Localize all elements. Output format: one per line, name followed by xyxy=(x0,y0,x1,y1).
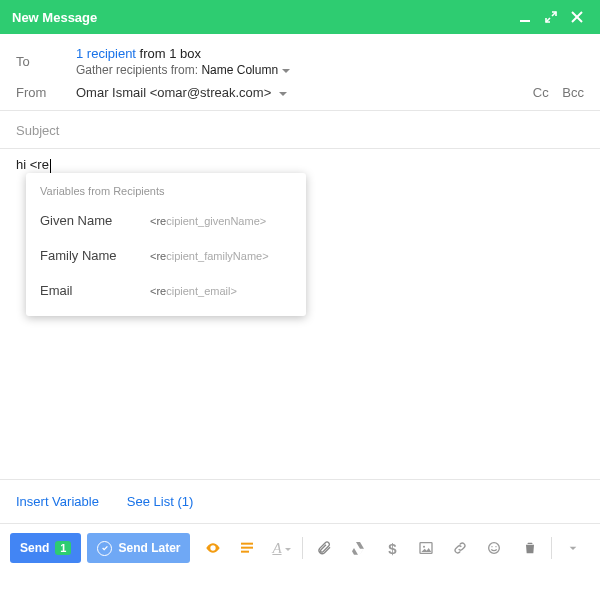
tracking-eye-icon[interactable] xyxy=(200,535,226,561)
popover-item[interactable]: Email <recipient_email> xyxy=(26,273,306,308)
from-value: Omar Ismail <omar@streak.com> xyxy=(76,85,271,100)
gather-row: Gather recipients from: Name Column xyxy=(76,63,584,77)
emoji-icon[interactable] xyxy=(481,535,507,561)
close-icon[interactable] xyxy=(566,6,588,28)
popover-item[interactable]: Family Name <recipient_familyName> xyxy=(26,238,306,273)
snippets-icon[interactable] xyxy=(234,535,260,561)
see-list-link[interactable]: See List (1) xyxy=(127,494,193,509)
discard-icon[interactable] xyxy=(517,535,543,561)
text-cursor xyxy=(50,159,51,173)
svg-rect-5 xyxy=(241,547,253,549)
formatting-dropdown[interactable]: A xyxy=(268,535,294,561)
insert-image-icon[interactable] xyxy=(413,535,439,561)
cc-button[interactable]: Cc xyxy=(533,85,549,100)
svg-point-11 xyxy=(496,546,497,547)
more-options-icon[interactable] xyxy=(560,535,586,561)
from-row: From Omar Ismail <omar@streak.com> Cc Bc… xyxy=(0,79,600,110)
attachment-icon[interactable] xyxy=(311,535,337,561)
bcc-button[interactable]: Bcc xyxy=(562,85,584,100)
svg-point-8 xyxy=(423,546,425,548)
check-circle-icon xyxy=(97,541,112,556)
send-later-button[interactable]: Send Later xyxy=(87,533,190,563)
send-label: Send xyxy=(20,541,49,555)
popover-item-label: Given Name xyxy=(40,213,150,228)
compose-body[interactable]: hi <re Variables from Recipients Given N… xyxy=(0,149,600,479)
insert-link-icon[interactable] xyxy=(447,535,473,561)
subject-input[interactable]: Subject xyxy=(0,111,600,148)
popover-header: Variables from Recipients xyxy=(26,179,306,203)
chevron-down-icon xyxy=(282,69,290,73)
svg-point-3 xyxy=(212,547,215,550)
popover-item-token: <recipient_familyName> xyxy=(150,250,269,262)
gather-source-dropdown[interactable]: Name Column xyxy=(201,63,290,77)
variable-autocomplete-popover: Variables from Recipients Given Name <re… xyxy=(26,173,306,316)
svg-rect-4 xyxy=(241,543,253,545)
separator xyxy=(302,537,303,559)
window-titlebar: New Message xyxy=(0,0,600,34)
chevron-down-icon xyxy=(279,92,287,96)
chevron-down-icon xyxy=(285,548,291,551)
to-row: To 1 recipient from 1 box Gather recipie… xyxy=(0,34,600,79)
money-icon[interactable]: $ xyxy=(379,535,405,561)
svg-point-9 xyxy=(489,543,500,554)
insert-variable-link[interactable]: Insert Variable xyxy=(16,494,99,509)
minimize-icon[interactable] xyxy=(514,6,536,28)
gather-label: Gather recipients from: xyxy=(76,63,201,77)
to-label: To xyxy=(16,54,76,69)
from-dropdown[interactable]: Omar Ismail <omar@streak.com> xyxy=(76,85,523,100)
compose-toolbar: Send 1 Send Later A $ xyxy=(0,524,600,572)
svg-rect-6 xyxy=(241,551,249,553)
popover-item[interactable]: Given Name <recipient_givenName> xyxy=(26,203,306,238)
window-title: New Message xyxy=(12,10,510,25)
body-text: hi <re xyxy=(16,157,49,172)
links-row: Insert Variable See List (1) xyxy=(0,479,600,524)
popover-item-token: <recipient_givenName> xyxy=(150,215,266,227)
send-count-badge: 1 xyxy=(55,541,71,555)
recipient-count-link[interactable]: 1 recipient xyxy=(76,46,136,61)
drive-icon[interactable] xyxy=(345,535,371,561)
from-label: From xyxy=(16,85,76,100)
cc-bcc: Cc Bcc xyxy=(523,85,584,100)
popover-item-label: Family Name xyxy=(40,248,150,263)
popover-item-token: <recipient_email> xyxy=(150,285,237,297)
separator xyxy=(551,537,552,559)
expand-icon[interactable] xyxy=(540,6,562,28)
send-later-label: Send Later xyxy=(118,541,180,555)
send-button[interactable]: Send 1 xyxy=(10,533,81,563)
recipient-rest: from 1 box xyxy=(136,46,201,61)
to-content: 1 recipient from 1 box Gather recipients… xyxy=(76,46,584,77)
popover-item-label: Email xyxy=(40,283,150,298)
svg-point-10 xyxy=(492,546,493,547)
